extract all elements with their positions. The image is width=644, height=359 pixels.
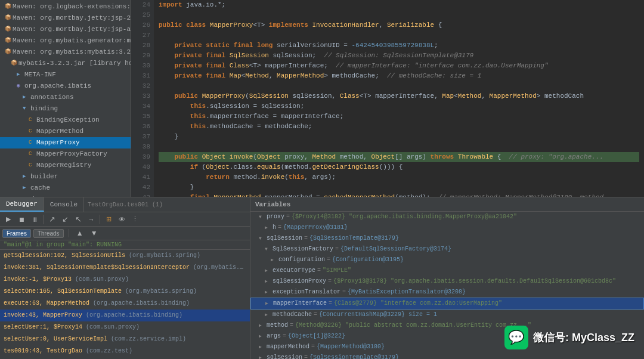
tree-icon-meta-inf: ▶	[17, 70, 23, 80]
tree-item-MapperProxy[interactable]: CMapperProxy	[0, 137, 131, 148]
code-line-43: final MapperMethod mapperMethod = cached…	[159, 193, 639, 197]
code-line-29: private final SqlSession sqlSession; // …	[159, 51, 639, 61]
frames-button[interactable]: Frames	[2, 229, 31, 238]
stack-frames-list[interactable]: getSqlSession:102, SqlSessionUtils (org.…	[0, 250, 250, 359]
down-frame-button[interactable]: ▼	[88, 228, 100, 239]
stack-frame-0[interactable]: getSqlSession:102, SqlSessionUtils (org.…	[0, 250, 250, 262]
tree-item-org-apache-ibatis[interactable]: ◉org.apache.ibatis	[0, 81, 131, 92]
resume-button[interactable]: ▶	[2, 214, 14, 225]
more-button[interactable]: ⋮	[129, 214, 141, 225]
var-row-9[interactable]: ▶methodCache = {ConcurrentHashMap@3229} …	[250, 310, 644, 320]
code-line-30: private final Class<T> mapperInterface; …	[159, 61, 639, 71]
tree-item-BindingException[interactable]: CBindingException	[0, 114, 131, 126]
watches-button[interactable]: 👁	[116, 214, 128, 225]
separator2	[100, 215, 100, 224]
pause-button[interactable]: ⏸	[29, 214, 41, 225]
tree-item-jsp21[interactable]: 📦Maven: org.mortbay.jetty:jsp-2.1-glassf…	[0, 13, 131, 24]
tree-icon-BindingException: C	[29, 115, 35, 125]
tree-icon-annotations: ▶	[23, 92, 29, 103]
stack-frame-7[interactable]: selectUser:0, UserServiceImpl (com.zz.se…	[0, 333, 250, 345]
tab-debugger[interactable]: Debugger	[0, 197, 44, 212]
tree-icon-datasource: ▶	[23, 194, 29, 197]
debug-left-panel: Debugger Console TestOrgDao.tes001 (1) ▶…	[0, 197, 250, 359]
code-line-37: }	[159, 132, 639, 142]
var-row-2[interactable]: ▼sqlSession = {SqlSessionTemplate@3179}	[250, 233, 644, 244]
step-over-button[interactable]: ↗	[46, 214, 58, 225]
up-frame-button[interactable]: ▲	[74, 228, 86, 239]
stop-button[interactable]: ⏹	[16, 214, 27, 225]
tree-icon-jsp21: 📦	[5, 13, 11, 23]
tree-item-binding[interactable]: ▼binding	[0, 103, 131, 114]
stack-frame-6[interactable]: selectUser:1, $Proxy14 (com.sun.proxy)	[0, 321, 250, 333]
tree-icon-cache: ▶	[23, 183, 29, 193]
step-into-button[interactable]: ↙	[59, 214, 71, 225]
top-section: 📦Maven: org.logback-extensions:logback-e…	[0, 0, 644, 197]
stack-frame-4[interactable]: execute:63, MapperMethod (org.apache.iba…	[0, 298, 250, 310]
code-line-24: import java.io.*;	[159, 0, 639, 10]
run-to-cursor-button[interactable]: →	[85, 214, 97, 225]
tree-item-MapperMethod[interactable]: CMapperMethod	[0, 126, 131, 137]
code-line-39: public Object invoke(Object proxy, Metho…	[159, 152, 639, 162]
tree-icon-builder: ▶	[23, 172, 29, 182]
var-row-1[interactable]: ▶h = {MapperProxy@3181}	[250, 222, 644, 233]
code-line-34: this.sqlSession = sqlSession;	[159, 101, 639, 112]
separator	[43, 215, 44, 224]
step-out-button[interactable]: ↖	[72, 214, 84, 225]
tree-icon-MapperRegistry: C	[29, 160, 35, 171]
tree-item-mybatis323[interactable]: 📦Maven: org.mybatis:mybatis:3.2.3	[0, 47, 131, 58]
code-content[interactable]: import java.io.*; public class MapperPro…	[154, 0, 644, 197]
stack-frame-2[interactable]: invoke:-1, $Proxy13 (com.sun.proxy)	[0, 274, 250, 286]
threads-button[interactable]: Threads	[33, 229, 64, 238]
evaluate-button[interactable]: ⊞	[103, 214, 114, 225]
tree-item-logback[interactable]: 📦Maven: org.logback-extensions:logback-e…	[0, 1, 131, 13]
tree-item-builder[interactable]: ▶builder	[0, 171, 131, 182]
tree-item-mybatis323jar[interactable]: 📦mybatis-3.2.3.jar [library home]	[0, 58, 131, 69]
tree-icon-jspapi: 📦	[5, 24, 11, 35]
tree-icon-logback: 📦	[5, 2, 11, 12]
tree-item-cache[interactable]: ▶cache	[0, 182, 131, 194]
code-line-36: this.methodCache = methodCache;	[159, 122, 639, 132]
code-line-33: public MapperProxy(SqlSession sqlSession…	[159, 91, 639, 101]
wechat-icon: 💬	[504, 326, 528, 349]
stack-frame-1[interactable]: invoke:381, SqlSessionTemplate$SqlSessio…	[0, 262, 250, 274]
tree-icon-mybatis323: 📦	[5, 47, 11, 57]
var-row-4[interactable]: ▶configuration = {Configuration@3195}	[250, 255, 644, 265]
code-line-41: return method.invoke(this, args);	[159, 172, 639, 182]
var-row-3[interactable]: ▼SqlSessionFactory = {DefaultSqlSessionF…	[250, 244, 644, 255]
tree-item-meta-inf[interactable]: ▶META-INF	[0, 69, 131, 81]
tree-icon-MapperProxy: C	[29, 138, 35, 148]
file-tree: 📦Maven: org.logback-extensions:logback-e…	[0, 0, 131, 197]
var-row-13[interactable]: ▶sqlSession = {SqlSessionTemplate@3179}	[250, 352, 644, 359]
stack-frame-8[interactable]: tes0010:43, TestOrgDao (com.zz.test)	[0, 345, 250, 357]
frames-threads-bar: Frames Threads ▲ ▼	[0, 227, 250, 240]
tree-item-datasource[interactable]: ▶datasource	[0, 194, 131, 197]
line-numbers: 2425262728293031323334353637383940414243…	[131, 0, 154, 197]
code-line-40: if (Object.class.equals(method.getDeclar…	[159, 162, 639, 172]
var-row-5[interactable]: ▶executorType = "SIMPLE"	[250, 265, 644, 276]
var-row-7[interactable]: ▶exceptionTranslator = {MyBatisException…	[250, 287, 644, 298]
stack-frame-5[interactable]: invoke:43, MapperProxy (org.apache.ibati…	[0, 310, 250, 321]
code-line-27	[159, 30, 639, 41]
tree-item-mybatis-gen[interactable]: 📦Maven: org.mybatis.generator:mybatis-ge…	[0, 35, 131, 47]
tree-item-MapperRegistry[interactable]: CMapperRegistry	[0, 160, 131, 171]
tree-icon-binding: ▼	[23, 104, 29, 114]
tree-item-annotations[interactable]: ▶annotations	[0, 92, 131, 103]
tree-icon-MapperMethod: C	[29, 126, 35, 137]
var-row-0[interactable]: ▼proxy = {$Proxy14@3182} "org.apache.iba…	[250, 212, 644, 222]
tree-icon-mybatis323jar: 📦	[11, 58, 17, 69]
tree-item-MapperProxyFactory[interactable]: CMapperProxyFactory	[0, 148, 131, 160]
tree-icon-mybatis-gen: 📦	[5, 36, 11, 46]
stack-frame-3[interactable]: selectOne:165, SqlSessionTemplate (org.m…	[0, 286, 250, 298]
var-row-6[interactable]: ▶sqlSessionProxy = {$Proxy13@3178} "org.…	[250, 276, 644, 287]
code-line-28: private static final long serialVersionU…	[159, 41, 639, 51]
thread-status-text: "main"@1 in group "main": RUNNING	[4, 242, 122, 248]
tab-console[interactable]: Console	[44, 197, 84, 212]
watermark-text: 微信号: MyClass_ZZ	[533, 330, 634, 345]
debug-tabs: Debugger Console TestOrgDao.tes001 (1)	[0, 197, 250, 212]
code-line-25	[159, 10, 639, 20]
code-line-38	[159, 142, 639, 152]
thread-status-bar: "main"@1 in group "main": RUNNING	[0, 240, 250, 250]
var-row-8[interactable]: ▶mapperInterface = {Class@2779} "interfa…	[250, 298, 644, 310]
tree-item-jspapi[interactable]: 📦Maven: org.mortbay.jetty:jsp-api-2.1-gl…	[0, 24, 131, 35]
tree-icon-org-apache-ibatis: ◉	[17, 81, 23, 91]
